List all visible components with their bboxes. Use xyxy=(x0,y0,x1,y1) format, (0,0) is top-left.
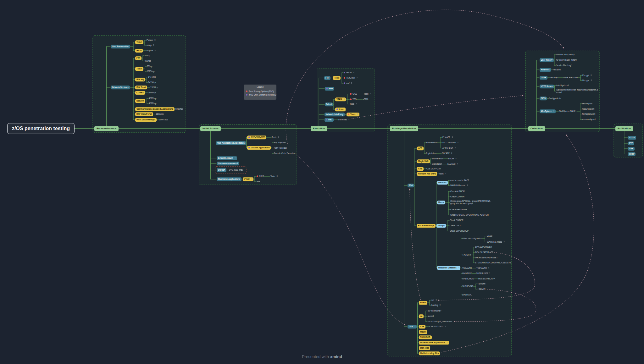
topic-rmf[interactable]: RMF Data Portal xyxy=(135,112,153,116)
topic-tools_pe[interactable]: Tools≡ xyxy=(439,172,446,175)
topic-ghydra[interactable]: Ghydra≡ xyxy=(147,49,156,52)
topic-etcldap[interactable]: /etc/ldap/ xyxy=(550,76,558,79)
topic-fileread[interactable]: File Read≡ xyxy=(338,118,349,121)
topic-tso_pe[interactable]: TSO xyxy=(408,184,414,187)
topic-apf_enum[interactable]: Enumeration xyxy=(426,141,437,144)
topic-superuser[interactable]: SUPERUSER.* xyxy=(476,272,490,275)
topic-cve_pe1[interactable]: CVE xyxy=(417,167,424,171)
topic-kerberos[interactable]: Kerberos xyxy=(540,68,551,72)
topic-suuser[interactable]: su <username> xyxy=(428,309,441,312)
topic-apfcheck[interactable]: APFCHECK≡ xyxy=(442,146,456,150)
topic-chkuacc[interactable]: Check UACC xyxy=(450,224,461,227)
topic-racf[interactable]: RACF Misconfigs xyxy=(417,224,436,228)
topic-coll[interactable]: Collection xyxy=(528,126,545,131)
topic-tsoauth[interactable]: TSOAUTH xyxy=(462,267,472,270)
topic-p5060[interactable]: 5060/tcp xyxy=(175,108,183,111)
topic-bpxsuper[interactable]: BPX.SUPERUSER xyxy=(475,245,492,249)
topic-p8803[interactable]: 8803/tcp xyxy=(156,113,164,116)
topic-p900[interactable]: 900/tcp xyxy=(145,59,151,63)
topic-sshx[interactable]: SSH xyxy=(628,147,635,151)
topic-servicelog[interactable]: /service/UserLog/ xyxy=(556,64,571,67)
topic-susurrogat[interactable]: su -s <surrogat_username> xyxy=(428,320,452,323)
topic-decrypt[interactable]: Decrypt≡ xyxy=(582,79,592,82)
topic-chkspecial[interactable]: Check SPECIAL, OPERATIONS, AUDITOR xyxy=(450,213,489,217)
topic-othermis[interactable]: Other misconfiguration xyxy=(462,237,482,240)
topic-httpx[interactable]: HTTP xyxy=(628,152,636,156)
hyperlink-icon[interactable]: ≡ xyxy=(278,136,279,138)
topic-patator[interactable]: Patator≡ xyxy=(147,39,156,42)
hyperlink-icon[interactable]: ≡ xyxy=(251,178,252,180)
topic-root[interactable]: z/OS penetration testing xyxy=(7,123,75,134)
topic-wssecurity[interactable]: ws-security.xml xyxy=(582,118,596,121)
topic-set[interactable]: set≡ xyxy=(431,299,437,302)
topic-httpserver[interactable]: HTTP Server xyxy=(540,85,554,88)
hyperlink-icon[interactable]: ≡ xyxy=(455,147,456,149)
topic-wlm[interactable]: Work Load Manager xyxy=(135,118,157,122)
topic-su[interactable]: su xyxy=(419,314,424,318)
topic-netcat[interactable]: netcat≡ xyxy=(344,71,354,74)
topic-enum_l[interactable]: ENUM≡ xyxy=(448,157,457,160)
topic-ldapstash[interactable]: LDAP Stash File xyxy=(563,76,578,79)
topic-bpxfileattr[interactable]: BPX.FILEATTR.APF xyxy=(475,251,493,254)
hyperlink-icon[interactable]: ≡ xyxy=(504,241,505,243)
topic-p23[interactable]: 23/tcp xyxy=(147,65,152,68)
hyperlink-icon[interactable]: ≡ xyxy=(414,325,416,328)
topic-userhist[interactable]: User history xyxy=(540,58,554,62)
topic-tools_e3[interactable]: Tools≡ xyxy=(364,92,371,96)
topic-ftp1[interactable]: FTP xyxy=(135,56,142,60)
topic-cve5951[interactable]: CVE-2012-5951≡ xyxy=(429,325,446,328)
topic-vtam_e[interactable]: VTAM≡ xyxy=(335,97,346,101)
hyperlink-icon[interactable]: ≡ xyxy=(351,82,352,84)
topic-resclass[interactable]: Resource Classess≡ xyxy=(437,266,460,270)
hyperlink-icon[interactable]: ≡ xyxy=(348,119,350,121)
hyperlink-icon[interactable]: ≡ xyxy=(343,98,345,100)
topic-userEnum[interactable]: User Enumeration xyxy=(111,45,130,48)
topic-cics_ia[interactable]: CICS xyxy=(257,175,264,178)
topic-elvsvc[interactable]: ELV.SVC≡ xyxy=(447,163,458,166)
hyperlink-icon[interactable]: ≡ xyxy=(457,163,458,165)
topic-exfil[interactable]: Exfiltration xyxy=(615,126,633,131)
hyperlink-icon[interactable]: ≡ xyxy=(154,39,156,41)
topic-chkauthor[interactable]: Check AUTHOR xyxy=(450,190,465,193)
topic-elvapf1[interactable]: ELV.APF≡ xyxy=(442,136,453,139)
topic-mount[interactable]: mount xyxy=(419,330,427,334)
topic-warn2[interactable]: WARNING mode≡ xyxy=(487,240,505,244)
topic-p4022[interactable]: 4022/tcp xyxy=(149,102,156,105)
hyperlink-icon[interactable]: ≡ xyxy=(452,136,453,138)
topic-shhist[interactable]: /u/<user>/.sh_history xyxy=(556,53,575,56)
topic-corba2[interactable]: CORBA xyxy=(217,168,226,172)
topic-writableweb[interactable]: Writable WEB applications≡ xyxy=(419,341,449,345)
hyperlink-icon[interactable]: ≡ xyxy=(488,267,490,269)
hyperlink-icon[interactable]: ≡ xyxy=(357,113,358,115)
topic-warn1[interactable]: WARNING mode≡ xyxy=(450,184,468,187)
topic-mvssetprog[interactable]: MVS.SETPROG.** xyxy=(478,277,495,280)
topic-webadminpw[interactable]: /usr/lpp/internet/server_root/Admin/weba… xyxy=(556,88,598,94)
topic-defacct[interactable]: Default Account≡ xyxy=(217,156,237,160)
hyperlink-icon[interactable]: ≡ xyxy=(356,103,357,105)
topic-datasets[interactable]: Datasets xyxy=(437,181,448,185)
topic-cics_c[interactable]: CICS xyxy=(540,97,547,100)
topic-nmap[interactable]: nmap≡ xyxy=(147,44,154,47)
topic-cve5955[interactable]: CVE-2012-5955 xyxy=(247,135,266,139)
topic-cve_pe2[interactable]: CVE xyxy=(419,325,425,328)
topic-suidguid[interactable]: SUID/GUID xyxy=(419,335,432,339)
topic-http1[interactable]: HTTP xyxy=(135,49,143,52)
topic-tivoli[interactable]: IBM Tivoli xyxy=(135,85,147,89)
topic-recon[interactable]: Reconnaissance xyxy=(94,126,119,131)
topic-tools_ia1[interactable]: Tools≡ xyxy=(272,136,279,139)
topic-wae[interactable]: Web Application Exploitation xyxy=(216,141,246,145)
hyperlink-icon[interactable]: ≡ xyxy=(456,157,457,160)
topic-telnet3[interactable]: Telnet xyxy=(325,102,333,106)
topic-p4020[interactable]: 4020/tcp xyxy=(149,97,156,100)
mindmap-canvas[interactable]: z/OS penetration testingReconnaissanceIn… xyxy=(0,0,644,364)
topic-submit[interactable]: *.SUBMIT xyxy=(478,282,486,285)
topic-tools_e1[interactable]: Tools xyxy=(333,76,341,80)
topic-p1415[interactable]: 1415/tcp xyxy=(148,81,156,84)
topic-dasdvol[interactable]: DASDVOL xyxy=(462,293,472,296)
topic-unixpriv[interactable]: UNIXPRIV xyxy=(462,272,472,275)
topic-facility[interactable]: FACILITY xyxy=(463,253,471,256)
topic-msvc_expl[interactable]: Exploitation xyxy=(432,163,442,166)
topic-ibmmq[interactable]: IBM MQ xyxy=(135,78,145,81)
topic-users[interactable]: Users xyxy=(437,201,445,204)
topic-extattr[interactable]: extattr xyxy=(419,301,427,305)
